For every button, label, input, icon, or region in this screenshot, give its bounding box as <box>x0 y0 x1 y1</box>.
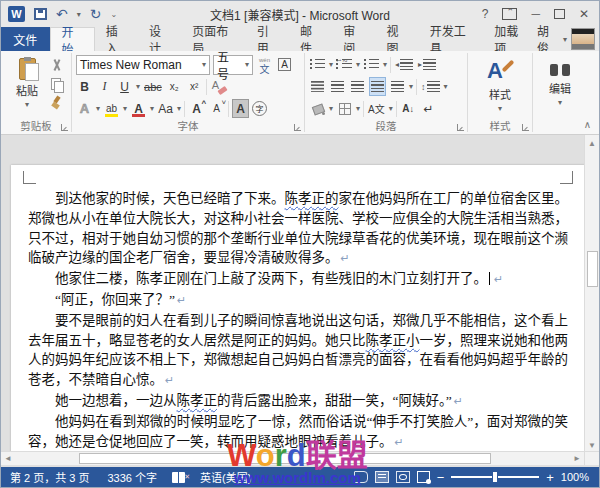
tab-file[interactable]: 文件 <box>1 27 50 51</box>
web-layout-icon[interactable] <box>396 471 410 483</box>
zoom-out-icon[interactable]: − <box>437 470 445 485</box>
tab-视图[interactable]: 视图 <box>376 27 419 51</box>
scroll-down-icon[interactable]: ▼ <box>585 438 599 452</box>
clipboard-dialog-launcher-icon[interactable] <box>61 124 68 131</box>
zoom-slider[interactable] <box>451 476 539 478</box>
cut-icon[interactable] <box>49 58 65 73</box>
zoom-slider-thumb[interactable] <box>492 471 498 483</box>
font-color-dropdown-icon[interactable]: ▾ <box>150 104 154 113</box>
decrease-indent-icon[interactable]: ◂ <box>395 59 413 70</box>
paste-dropdown-icon[interactable]: ▾ <box>25 100 29 109</box>
character-shading-button[interactable]: A <box>232 99 249 118</box>
character-border-icon[interactable]: A <box>278 58 291 71</box>
vertical-scrollbar[interactable]: ▲ ▼ <box>584 135 599 453</box>
user-avatar[interactable] <box>571 28 595 50</box>
editing-button[interactable]: 编辑 ▾ <box>537 54 583 120</box>
line-spacing-icon[interactable]: ↕ <box>421 81 440 92</box>
format-painter-icon[interactable] <box>49 96 65 111</box>
underline-dropdown-icon[interactable]: ▾ <box>136 82 140 91</box>
scroll-left-icon[interactable]: ◄ <box>1 452 15 465</box>
zoom-in-icon[interactable]: + <box>546 470 554 485</box>
show-marks-icon[interactable]: ↵ <box>420 99 437 118</box>
change-case-dropdown-icon[interactable]: ▾ <box>177 104 181 113</box>
page-indicator[interactable]: 第 2 页，共 3 页 <box>1 469 98 485</box>
multilevel-list-icon[interactable] <box>364 59 379 70</box>
scroll-up-icon[interactable]: ▲ <box>585 136 599 150</box>
text-effects-icon[interactable]: A <box>76 99 93 118</box>
subscript-button[interactable]: x₂ <box>166 77 183 96</box>
font-name-dropdown-icon[interactable]: ▾ <box>198 60 206 69</box>
phonetic-guide-icon[interactable]: wén文 <box>256 55 273 74</box>
tab-审阅[interactable]: 审阅 <box>332 27 375 51</box>
align-right-icon[interactable] <box>351 81 364 92</box>
superscript-button[interactable]: x² <box>186 77 203 96</box>
read-mode-icon[interactable] <box>354 471 368 483</box>
doc-paragraph[interactable]: 要不是眼前的妇人在看到儿子的瞬间惊喜地说出这句话，郑微几乎不能相信，这个看上去年… <box>28 311 568 391</box>
highlight-dropdown-icon[interactable]: ▾ <box>123 104 127 113</box>
copy-icon[interactable] <box>49 77 65 92</box>
minimize-icon[interactable]: ─ <box>531 7 540 21</box>
doc-paragraph[interactable]: 她一边想着，一边从陈孝正的背后露出脸来，甜甜一笑，“阿姨好。”↵ <box>28 391 568 412</box>
zoom-percentage[interactable]: 100% <box>561 471 589 483</box>
styles-dropdown-icon[interactable]: ▾ <box>498 104 502 113</box>
tab-邮件[interactable]: 邮件 <box>289 27 332 51</box>
undo-dropdown-icon[interactable]: ▾ <box>77 10 81 19</box>
increase-indent-icon[interactable]: ▸ <box>418 59 436 70</box>
print-layout-icon[interactable] <box>375 471 389 483</box>
close-icon[interactable]: ✕ <box>579 7 589 21</box>
highlight-color-icon[interactable]: ab <box>103 99 120 118</box>
scroll-right-icon[interactable]: ► <box>570 452 584 465</box>
redo-icon[interactable]: ↻ <box>90 7 102 21</box>
record-macro-icon[interactable] <box>417 471 430 483</box>
ribbon-display-options-icon[interactable] <box>502 8 517 20</box>
proofing-errors-icon[interactable] <box>172 472 185 483</box>
tab-开始[interactable]: 开始 <box>50 27 95 51</box>
bullets-icon[interactable] <box>310 59 325 70</box>
font-dialog-launcher-icon[interactable] <box>294 124 301 131</box>
save-icon[interactable] <box>34 8 47 20</box>
collapse-ribbon-icon[interactable]: ∧ <box>584 119 591 130</box>
underline-button[interactable]: U <box>116 77 133 96</box>
align-left-icon[interactable] <box>311 81 324 92</box>
sort-icon[interactable]: A↓ <box>402 103 414 114</box>
user-dropdown-icon[interactable]: ▾ <box>563 35 567 44</box>
language-indicator[interactable]: 英语(美国) <box>191 469 260 485</box>
styles-button[interactable]: 样式 ▾ <box>472 54 528 120</box>
shrink-font-button[interactable]: A <box>208 99 225 118</box>
tab-设计[interactable]: 设计 <box>138 27 181 51</box>
qat-customize-icon[interactable]: ⌄ <box>110 10 117 19</box>
align-center-icon[interactable] <box>331 81 344 92</box>
tab-插入[interactable]: 插入 <box>95 27 138 51</box>
tab-引用[interactable]: 引用 <box>246 27 289 51</box>
font-size-select[interactable]: 五号 ▾ <box>213 55 253 75</box>
borders-icon[interactable] <box>339 103 351 115</box>
styles-dialog-launcher-icon[interactable] <box>522 124 529 131</box>
document-page[interactable]: 到达他家的时候，天色已经暗了下来。陈孝正的家在他妈妈所在工厂的单位宿舍区里。郑微… <box>11 165 585 457</box>
undo-icon[interactable]: ↶ <box>56 7 68 21</box>
change-case-button[interactable]: Aa <box>157 99 174 118</box>
italic-button[interactable]: I <box>96 77 113 96</box>
text-effects-dropdown-icon[interactable]: ▾ <box>96 104 100 113</box>
clear-formatting-icon[interactable] <box>211 79 227 95</box>
editing-dropdown-icon[interactable]: ▾ <box>558 98 562 107</box>
word-count[interactable]: 3336 个字 <box>98 469 166 485</box>
doc-paragraph[interactable]: 到达他家的时候，天色已经暗了下来。陈孝正的家在他妈妈所在工厂的单位宿舍区里。郑微… <box>28 189 568 269</box>
enclose-characters-icon[interactable]: 字 <box>252 101 267 116</box>
paste-button[interactable]: 粘贴 ▾ <box>5 54 49 120</box>
doc-paragraph[interactable]: 他家住二楼，陈孝正刚在门上敲了没两下，有些残旧的木门立刻打开了。↵ <box>28 269 568 290</box>
doc-paragraph[interactable]: “阿正，你回来了？”↵ <box>28 290 568 311</box>
asian-layout-icon[interactable]: A文 <box>367 99 386 118</box>
font-color-icon[interactable]: A <box>130 99 147 118</box>
tab-开发工具[interactable]: 开发工具 <box>419 27 483 51</box>
justify-icon[interactable] <box>371 81 384 92</box>
word-logo-icon[interactable]: W <box>8 6 25 22</box>
maximize-icon[interactable] <box>554 9 565 19</box>
bold-button[interactable]: B <box>76 77 93 96</box>
help-icon[interactable]: ? <box>482 7 489 21</box>
font-size-dropdown-icon[interactable]: ▾ <box>241 60 249 69</box>
tab-加载项[interactable]: 加载项 <box>483 27 537 51</box>
font-name-select[interactable]: Times New Roman ▾ <box>76 55 210 75</box>
doc-paragraph[interactable]: 他妈妈在看到郑微的时候明显吃了一惊，然而俗话说“伸手不打笑脸人”，面对郑微的笑容… <box>28 412 568 453</box>
strikethrough-button[interactable]: abc <box>143 77 163 96</box>
horizontal-scroll-thumb[interactable] <box>79 453 491 464</box>
